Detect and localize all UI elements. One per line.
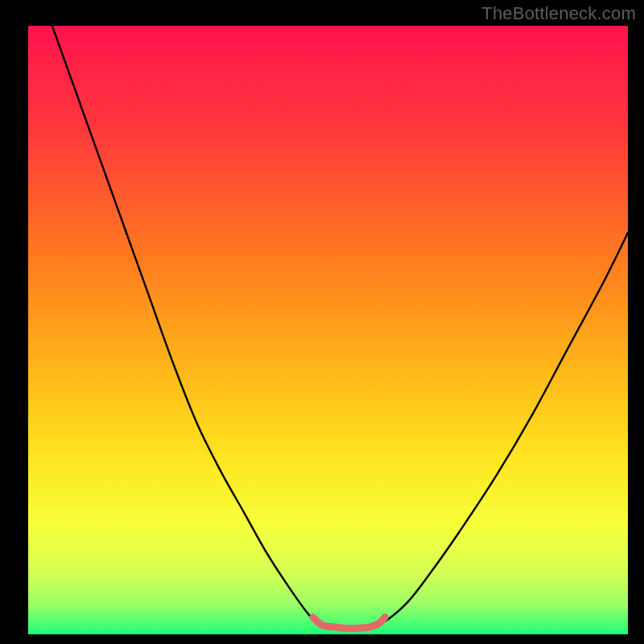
chart-frame: TheBottleneck.com [0,0,644,644]
gradient-background [28,26,628,634]
bottleneck-curve-chart [28,26,628,634]
watermark-text: TheBottleneck.com [481,3,636,24]
plot-area [28,26,628,634]
